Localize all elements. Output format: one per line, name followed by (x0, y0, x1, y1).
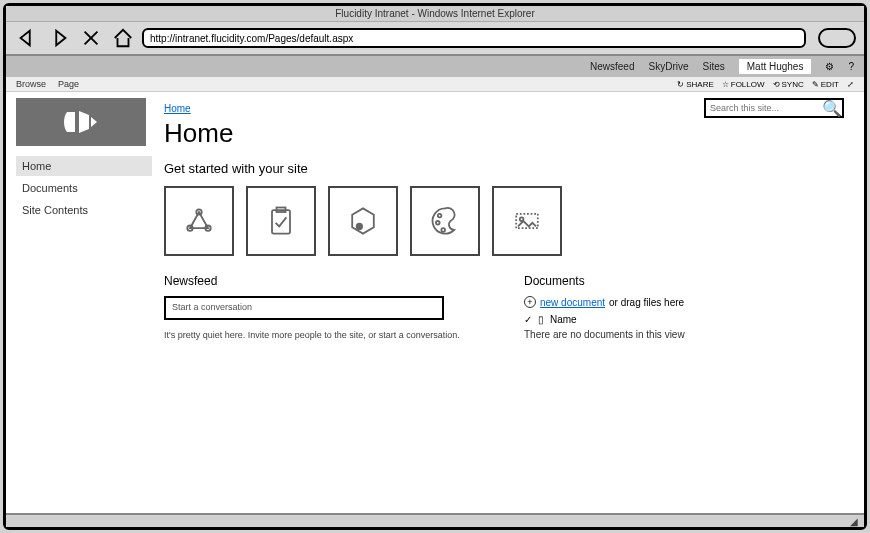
suite-link-newsfeed[interactable]: Newsfeed (590, 61, 634, 72)
breadcrumb[interactable]: Home (164, 103, 191, 114)
home-button[interactable] (110, 26, 136, 50)
conversation-input[interactable]: Start a conversation (164, 296, 444, 320)
get-started-heading: Get started with your site (164, 161, 844, 176)
browser-search-pill[interactable] (818, 28, 856, 48)
newsfeed-heading: Newsfeed (164, 274, 484, 288)
svg-rect-3 (272, 210, 290, 233)
fullscreen-action[interactable]: ⤢ (847, 80, 854, 89)
back-button[interactable] (14, 26, 40, 50)
hexagon-tile[interactable] (328, 186, 398, 256)
palette-tile[interactable] (410, 186, 480, 256)
resize-grip-icon[interactable]: ◢ (850, 516, 858, 527)
promo-tiles (164, 186, 844, 256)
search-input[interactable] (710, 103, 822, 113)
svg-point-5 (356, 223, 363, 230)
svg-point-8 (441, 228, 445, 232)
user-menu[interactable]: Matt Hughes (739, 59, 812, 74)
suite-link-sites[interactable]: Sites (703, 61, 725, 72)
ribbon-tab-page[interactable]: Page (58, 79, 79, 89)
gear-icon[interactable]: ⚙ (825, 61, 834, 72)
main-column: Home Home 🔍 Get started with your site (156, 92, 864, 513)
newsfeed-section: Newsfeed Start a conversation It's prett… (164, 274, 484, 340)
documents-heading: Documents (524, 274, 844, 288)
documents-empty: There are no documents in this view (524, 329, 844, 340)
add-icon[interactable]: + (524, 296, 536, 308)
drag-hint: or drag files here (609, 297, 684, 308)
left-column: Home Documents Site Contents (6, 92, 156, 513)
browser-toolbar (6, 22, 864, 56)
clipboard-tile[interactable] (246, 186, 316, 256)
forward-button[interactable] (46, 26, 72, 50)
page-content: Newsfeed SkyDrive Sites Matt Hughes ⚙ ? … (6, 56, 864, 513)
ribbon: Browse Page ↻ SHARE ☆ FOLLOW ⟲ SYNC ✎ ED… (6, 77, 864, 92)
share-tile[interactable] (164, 186, 234, 256)
new-document-link[interactable]: new document (540, 297, 605, 308)
nav-item-documents[interactable]: Documents (16, 178, 152, 198)
name-column[interactable]: Name (550, 314, 577, 325)
suite-bar: Newsfeed SkyDrive Sites Matt Hughes ⚙ ? (6, 56, 864, 77)
ribbon-tab-browse[interactable]: Browse (16, 79, 46, 89)
svg-point-7 (436, 221, 440, 225)
nav-item-home[interactable]: Home (16, 156, 152, 176)
window-title: Flucidity Intranet - Windows Internet Ex… (6, 6, 864, 22)
site-logo[interactable] (16, 98, 146, 146)
check-icon[interactable]: ✓ (524, 314, 532, 325)
newsfeed-empty-hint: It's pretty quiet here. Invite more peop… (164, 330, 484, 340)
follow-action[interactable]: ☆ FOLLOW (722, 80, 765, 89)
help-icon[interactable]: ? (848, 61, 854, 72)
search-icon[interactable]: 🔍 (822, 99, 842, 118)
browser-window: Flucidity Intranet - Windows Internet Ex… (3, 3, 867, 530)
svg-point-6 (438, 214, 442, 218)
documents-section: Documents + new document or drag files h… (524, 274, 844, 340)
suite-link-skydrive[interactable]: SkyDrive (648, 61, 688, 72)
address-bar[interactable] (142, 28, 806, 48)
file-icon: ▯ (538, 314, 544, 325)
page-title: Home (164, 118, 233, 149)
edit-action[interactable]: ✎ EDIT (812, 80, 839, 89)
sync-action[interactable]: ⟲ SYNC (773, 80, 804, 89)
site-search[interactable]: 🔍 (704, 98, 844, 118)
share-action[interactable]: ↻ SHARE (677, 80, 714, 89)
image-tile[interactable] (492, 186, 562, 256)
status-bar: ◢ (6, 513, 864, 527)
stop-button[interactable] (78, 26, 104, 50)
nav-item-site-contents[interactable]: Site Contents (16, 200, 152, 220)
